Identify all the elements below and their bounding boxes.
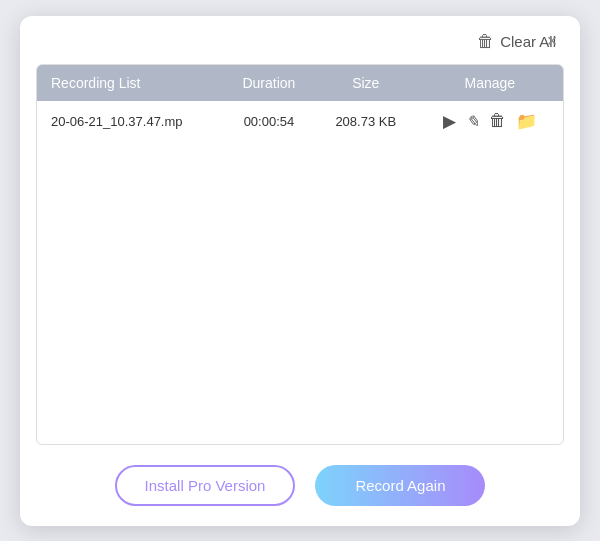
- clear-all-icon: 🗑: [477, 32, 494, 52]
- table-row: 20-06-21_10.37.47.mp 00:00:54 208.73 KB …: [37, 101, 563, 142]
- record-again-button[interactable]: Record Again: [315, 465, 485, 506]
- cell-manage: ▶ ✎ 🗑 📁: [417, 101, 563, 142]
- manage-actions: ▶ ✎ 🗑 📁: [425, 111, 555, 132]
- cell-size: 208.73 KB: [315, 101, 417, 142]
- toolbar: 🗑 Clear All: [20, 16, 580, 64]
- cell-filename: 20-06-21_10.37.47.mp: [37, 101, 223, 142]
- col-manage: Manage: [417, 65, 563, 101]
- col-duration: Duration: [223, 65, 315, 101]
- recording-table: Recording List Duration Size Manage 20-0…: [37, 65, 563, 142]
- install-pro-button[interactable]: Install Pro Version: [115, 465, 296, 506]
- dialog: × 🗑 Clear All Recording List Duration Si…: [20, 16, 580, 526]
- recording-table-container: Recording List Duration Size Manage 20-0…: [36, 64, 564, 445]
- play-icon[interactable]: ▶: [443, 111, 456, 132]
- folder-icon[interactable]: 📁: [516, 111, 537, 132]
- close-button[interactable]: ×: [540, 30, 564, 54]
- footer: Install Pro Version Record Again: [20, 445, 580, 526]
- table-header-row: Recording List Duration Size Manage: [37, 65, 563, 101]
- col-recording-list: Recording List: [37, 65, 223, 101]
- col-size: Size: [315, 65, 417, 101]
- edit-icon[interactable]: ✎: [466, 112, 479, 131]
- delete-icon[interactable]: 🗑: [489, 111, 506, 131]
- cell-duration: 00:00:54: [223, 101, 315, 142]
